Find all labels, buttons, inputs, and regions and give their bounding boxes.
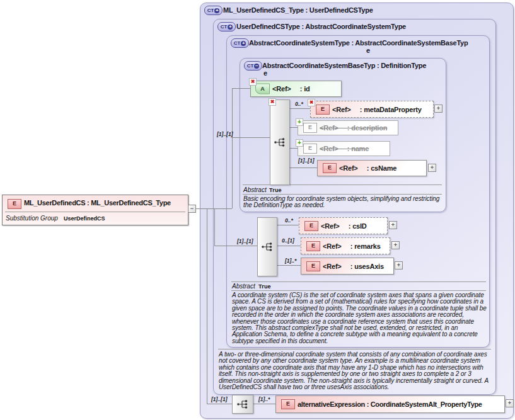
plus-icon: + bbox=[397, 262, 400, 268]
expand-handle[interactable]: + bbox=[506, 399, 514, 407]
connector-line bbox=[252, 404, 275, 404]
deleted-badge-icon: ✖ bbox=[308, 99, 315, 106]
attribute-id-box[interactable]: A <Ref> : id bbox=[250, 81, 342, 97]
attribute-label: <Ref> : id bbox=[272, 85, 310, 93]
deleted-badge-icon: ✖ bbox=[249, 78, 257, 86]
annotation-text: Basic encoding for coordinate system obj… bbox=[243, 196, 443, 209]
abstract-value: True bbox=[269, 187, 282, 193]
element-label: <Ref> : name bbox=[320, 145, 369, 152]
derivation-plus-icon: + bbox=[228, 25, 233, 30]
element-ref-description[interactable]: E <Ref> : description bbox=[298, 120, 398, 135]
element-ref-csid[interactable]: E <Ref> : csID bbox=[299, 217, 388, 234]
element-icon: E bbox=[304, 221, 318, 231]
plus-icon: + bbox=[431, 164, 434, 171]
minus-icon: − bbox=[190, 205, 194, 212]
collapse-handle[interactable]: − bbox=[188, 205, 196, 213]
complextype-header: AbstractCoordinateSystemBaseTyp : Defini… bbox=[262, 62, 426, 69]
connector-line bbox=[232, 88, 233, 208]
complex-type-icon[interactable]: CT+ bbox=[231, 38, 249, 48]
element-ref-metadataproperty[interactable]: E <Ref> : metaDataProperty bbox=[310, 101, 434, 118]
connector-line bbox=[232, 88, 250, 89]
sequence-compositor[interactable] bbox=[270, 99, 290, 185]
occurrence-label: [1]..* bbox=[258, 396, 270, 402]
complextype-header: ML_UserDefinedCS_Type : UserDefinedCSTyp… bbox=[223, 6, 373, 14]
annotation-divider bbox=[218, 349, 491, 349]
occurrence-label: [1]..[1] bbox=[298, 157, 315, 164]
element-icon-label: E bbox=[311, 242, 315, 249]
annotation-text: A two- or three-dimensional coordinate s… bbox=[219, 351, 492, 390]
element-icon: E bbox=[306, 261, 320, 271]
occurrence-label: [1]..[1] bbox=[217, 131, 233, 137]
element-icon: E bbox=[8, 199, 21, 209]
connector-line bbox=[289, 127, 298, 128]
connector-line bbox=[207, 208, 207, 404]
occurrence-label: [1]..* bbox=[285, 258, 296, 264]
element-ref-usesaxis[interactable]: E <Ref> : usesAxis bbox=[301, 258, 394, 275]
element-icon: E bbox=[316, 105, 330, 115]
substitution-group-value: UserDefinedCS bbox=[64, 215, 105, 222]
global-element-box[interactable]: E ML_UserDefinedCS : ML_UserDefinedCS_Ty… bbox=[2, 195, 188, 225]
element-ref-remarks[interactable]: E <Ref> : remarks bbox=[301, 237, 390, 254]
expand-handle[interactable]: + bbox=[391, 241, 400, 249]
complex-type-icon[interactable]: CT− bbox=[244, 61, 262, 71]
expand-handle[interactable]: + bbox=[395, 261, 403, 270]
element-alternativeexpression[interactable]: E alternativeExpression : CoordinateSyst… bbox=[275, 395, 505, 413]
x-icon: ✖ bbox=[310, 99, 314, 105]
element-label: <Ref> : metaDataProperty bbox=[332, 106, 422, 113]
derivation-minus-icon: − bbox=[254, 64, 259, 69]
plus-icon: + bbox=[298, 139, 301, 146]
abstract-divider bbox=[231, 281, 486, 282]
plus-icon: + bbox=[437, 105, 440, 111]
element-icon-label: E bbox=[308, 124, 312, 130]
element-ref-name[interactable]: E <Ref> : name bbox=[298, 141, 390, 156]
derivation-plus-icon: + bbox=[214, 8, 219, 13]
plus-icon: + bbox=[508, 400, 511, 406]
element-label: <Ref> : csName bbox=[339, 164, 396, 172]
complex-type-icon[interactable]: CT+ bbox=[217, 22, 236, 31]
connector-line bbox=[214, 208, 215, 246]
sequence-compositor[interactable] bbox=[232, 395, 253, 414]
element-icon-label: E bbox=[308, 145, 312, 151]
sequence-icon bbox=[273, 137, 287, 148]
annotation-divider bbox=[231, 290, 486, 291]
occurrence-label: [1]..[1] bbox=[211, 396, 228, 402]
element-ref-csname[interactable]: E <Ref> : csName bbox=[317, 160, 427, 176]
expand-handle[interactable]: + bbox=[428, 164, 436, 172]
expand-handle[interactable]: + bbox=[434, 105, 443, 113]
sequence-icon bbox=[236, 399, 250, 410]
complex-type-icon[interactable]: CT+ bbox=[204, 6, 223, 15]
annotation-text: A coordinate system (CS) is the set of c… bbox=[232, 292, 487, 344]
complex-type-icon-label: CT bbox=[221, 24, 228, 30]
complextype-header: UserDefinedCSType : AbstractCoordinateSy… bbox=[236, 23, 406, 30]
element-label: alternativeExpression : CoordinateSystem… bbox=[298, 400, 482, 408]
connector-line bbox=[214, 246, 257, 246]
expand-handle[interactable]: + bbox=[389, 221, 397, 229]
added-badge-icon: + bbox=[296, 118, 303, 126]
element-icon-label: E bbox=[321, 106, 325, 112]
connector-line bbox=[289, 108, 310, 109]
deleted-badge-icon: ✖ bbox=[269, 98, 276, 106]
element-icon: E bbox=[303, 144, 317, 154]
element-icon-label: E bbox=[311, 263, 315, 269]
complextype-header-wrap: e bbox=[263, 69, 267, 77]
annotation-divider bbox=[243, 194, 442, 195]
added-badge-icon: + bbox=[296, 139, 303, 147]
substitution-group-label: Substitution Group bbox=[6, 215, 58, 222]
divider bbox=[5, 212, 185, 212]
connector-line bbox=[276, 225, 299, 225]
connector-line bbox=[289, 148, 298, 149]
connector-line bbox=[289, 167, 317, 168]
complex-type-icon-label: CT bbox=[234, 40, 241, 46]
sequence-compositor[interactable] bbox=[257, 217, 277, 276]
attribute-icon-label: A bbox=[260, 86, 265, 92]
sequence-icon bbox=[260, 241, 274, 253]
connector-line bbox=[276, 265, 301, 266]
occurrence-label: 0..* bbox=[285, 217, 293, 224]
element-label: <Ref> : csID bbox=[321, 222, 367, 230]
abstract-label: Abstract bbox=[243, 186, 267, 193]
schema-diagram: CT+ ML_UserDefinedCS_Type : UserDefinedC… bbox=[0, 0, 515, 420]
x-icon: ✖ bbox=[270, 99, 275, 105]
element-icon: E bbox=[323, 163, 337, 173]
element-icon: E bbox=[281, 399, 295, 409]
connector-line bbox=[195, 208, 232, 209]
